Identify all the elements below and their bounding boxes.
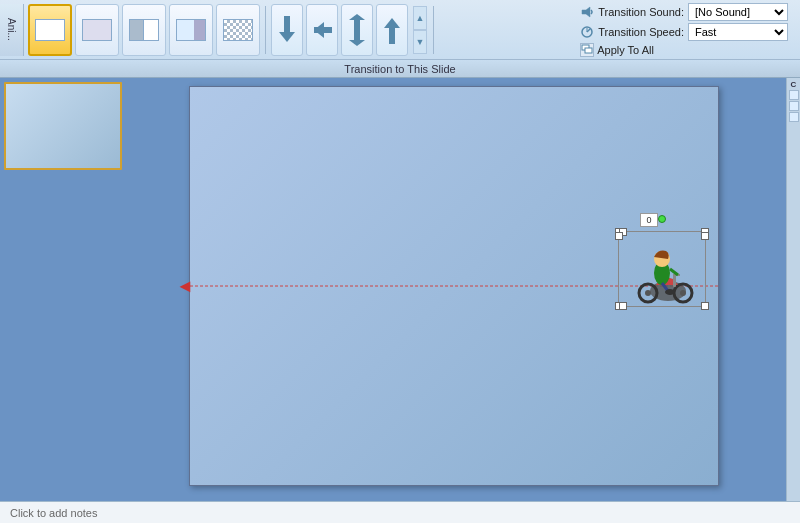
right-panel-title: C xyxy=(789,80,798,89)
svg-marker-8 xyxy=(384,18,400,28)
arrow-left-icon xyxy=(310,14,334,46)
main-area: ◄ 0 xyxy=(0,78,800,501)
apply-all-label: Apply To All xyxy=(597,44,654,56)
svg-marker-3 xyxy=(314,22,324,38)
speed-label: Transition Speed: xyxy=(598,26,684,38)
speed-icon xyxy=(580,25,594,39)
transition-btn-checker[interactable] xyxy=(216,4,260,56)
transition-bar: Transition to This Slide xyxy=(0,60,800,78)
transition-btn-arrow-up[interactable] xyxy=(376,4,408,56)
ribbon: Ani... xyxy=(0,0,800,60)
transition-btn-slide-left[interactable] xyxy=(122,4,166,56)
svg-point-17 xyxy=(680,290,686,296)
right-panel-btn-3[interactable] xyxy=(789,112,799,122)
slide-left-icon xyxy=(128,14,160,46)
svg-rect-20 xyxy=(673,275,676,287)
arrow-updown-icon xyxy=(345,12,369,48)
svg-rect-4 xyxy=(354,16,360,44)
svg-rect-0 xyxy=(284,16,290,34)
apply-all-icon xyxy=(580,43,594,57)
sound-label: Transition Sound: xyxy=(598,6,684,18)
speed-row: Transition Speed: Fast xyxy=(580,23,788,41)
motion-path-arrow: ◄ xyxy=(176,276,194,297)
character-bike-svg xyxy=(618,231,706,307)
svg-rect-7 xyxy=(389,26,395,44)
svg-marker-5 xyxy=(349,14,365,20)
ribbon-buttons: ▲ ▼ xyxy=(24,4,431,56)
sound-row: Transition Sound: [No Sound] xyxy=(580,3,788,21)
arrow-down-icon xyxy=(275,14,299,46)
notes-bar[interactable]: Click to add notes xyxy=(0,501,800,523)
apply-all-row[interactable]: Apply To All xyxy=(580,43,788,57)
slide-canvas[interactable]: ◄ 0 xyxy=(189,86,719,486)
ribbon-scroll-btns: ▲ ▼ xyxy=(413,6,427,54)
svg-rect-14 xyxy=(585,48,592,53)
slide-thumbnail-panel xyxy=(0,78,130,501)
ribbon-scroll-up[interactable]: ▲ xyxy=(413,6,427,30)
notes-placeholder: Click to add notes xyxy=(10,507,97,519)
rotate-handle[interactable] xyxy=(658,215,666,223)
apply-all-slides-icon xyxy=(581,44,593,56)
sound-select[interactable]: [No Sound] xyxy=(688,3,788,21)
transition-bar-label: Transition to This Slide xyxy=(344,63,455,75)
speed-select[interactable]: Fast xyxy=(688,23,788,41)
fade-icon xyxy=(81,14,113,46)
ribbon-right-controls: Transition Sound: [No Sound] Transition … xyxy=(580,3,796,57)
slide-thumbnail-1[interactable] xyxy=(4,82,122,170)
arrow-up-icon xyxy=(380,14,404,46)
right-panel-btn-1[interactable] xyxy=(789,90,799,100)
ribbon-left-label: Ani... xyxy=(0,4,24,56)
transition-btn-blank[interactable] xyxy=(28,4,72,56)
svg-marker-9 xyxy=(582,7,590,17)
blank-slide-icon xyxy=(34,14,66,46)
svg-marker-6 xyxy=(349,40,365,46)
transition-btn-arrow-left[interactable] xyxy=(306,4,338,56)
right-panel-btn-2[interactable] xyxy=(789,101,799,111)
transition-btn-fade[interactable] xyxy=(75,4,119,56)
transition-btn-arrow-down[interactable] xyxy=(271,4,303,56)
checker-icon xyxy=(222,14,254,46)
ribbon-divider-2 xyxy=(433,6,434,54)
svg-point-19 xyxy=(645,290,651,296)
svg-point-26 xyxy=(665,289,675,295)
svg-marker-1 xyxy=(279,32,295,42)
path-number-badge: 0 xyxy=(640,213,658,227)
ribbon-scroll-down[interactable]: ▼ xyxy=(413,30,427,54)
slide-area: ◄ 0 xyxy=(130,78,786,501)
transition-btn-arrow-updown[interactable] xyxy=(341,4,373,56)
right-panel: C xyxy=(786,78,800,501)
transition-btn-slide-right[interactable] xyxy=(169,4,213,56)
ribbon-divider-1 xyxy=(265,6,266,54)
sound-icon xyxy=(580,5,594,19)
slide-right-icon xyxy=(175,14,207,46)
selected-object-container[interactable]: 0 xyxy=(618,231,706,307)
